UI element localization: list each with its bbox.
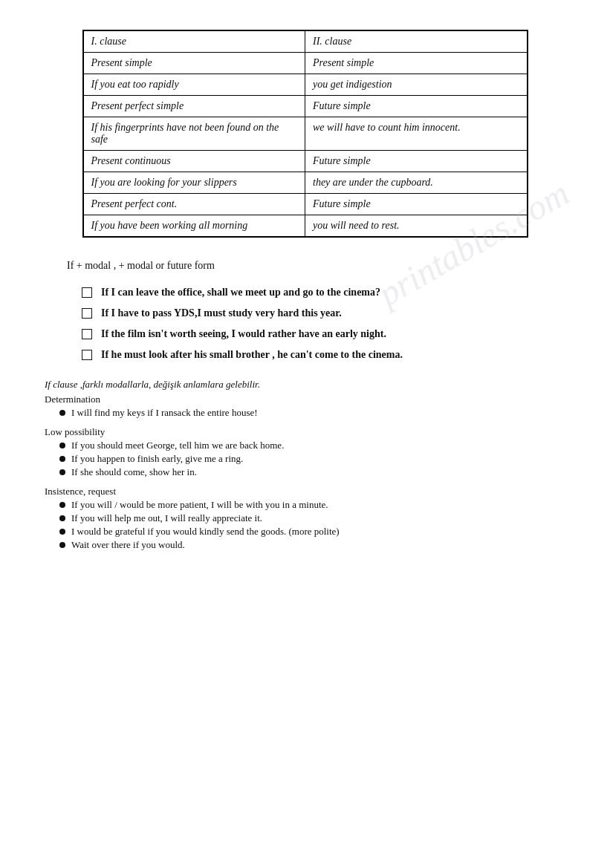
bullet-text: If you will / would be more patient, I w… bbox=[71, 499, 328, 511]
checkbox-text: If he must look after his small brother … bbox=[101, 349, 403, 361]
bullet-text: If you will help me out, I will really a… bbox=[71, 512, 262, 524]
table-cell: Present simple bbox=[83, 53, 305, 74]
checkbox-icon bbox=[82, 287, 92, 298]
list-item: If you will help me out, I will really a… bbox=[59, 512, 565, 524]
bullet-dot bbox=[59, 456, 65, 462]
table-cell: Present perfect cont. bbox=[83, 194, 305, 215]
list-item: Wait over there if you would. bbox=[59, 539, 565, 551]
table-cell: If you are looking for your slippers bbox=[83, 172, 305, 194]
category-label: Insistence, request bbox=[45, 486, 565, 497]
bullet-dot bbox=[59, 443, 65, 448]
table-cell: you get indigestion bbox=[305, 74, 528, 96]
bullet-dot bbox=[59, 515, 65, 521]
bullet-dot bbox=[59, 542, 65, 548]
list-item: If you will / would be more patient, I w… bbox=[59, 499, 565, 511]
checkbox-icon bbox=[82, 308, 92, 319]
bullet-text: If you happen to finish early, give me a… bbox=[71, 453, 243, 465]
checkbox-item: If he must look after his small brother … bbox=[82, 349, 565, 361]
table-cell: I. clause bbox=[83, 30, 305, 53]
checkbox-icon bbox=[82, 329, 92, 339]
category-section: Insistence, requestIf you will / would b… bbox=[45, 486, 565, 551]
category-label: Determination bbox=[45, 394, 565, 405]
list-item: I would be grateful if you would kindly … bbox=[59, 526, 565, 538]
table-cell: Present continuous bbox=[83, 151, 305, 172]
table-cell: Future simple bbox=[305, 96, 528, 117]
bullet-list: I will find my keys if I ransack the ent… bbox=[59, 407, 565, 419]
checkbox-text: If the film isn't worth seeing, I would … bbox=[101, 328, 386, 340]
bullet-text: I would be grateful if you would kindly … bbox=[71, 526, 340, 538]
grammar-table: I. clauseII. clausePresent simplePresent… bbox=[82, 30, 528, 238]
table-cell: Present perfect simple bbox=[83, 96, 305, 117]
checkbox-item: If the film isn't worth seeing, I would … bbox=[82, 328, 565, 340]
table-cell: If his fingerprints have not been found … bbox=[83, 117, 305, 151]
table-cell: you will need to rest. bbox=[305, 215, 528, 238]
list-item: If you happen to finish early, give me a… bbox=[59, 453, 565, 465]
checkbox-item: If I have to pass YDS,I must study very … bbox=[82, 307, 565, 319]
checkbox-list: If I can leave the office, shall we meet… bbox=[82, 287, 565, 361]
checkbox-icon bbox=[82, 350, 92, 360]
italic-note: If clause ,farklı modallarla, değişik an… bbox=[45, 379, 565, 391]
bullet-text: If you should meet George, tell him we a… bbox=[71, 440, 284, 451]
categories-container: DeterminationI will find my keys if I ra… bbox=[45, 394, 565, 551]
checkbox-text: If I have to pass YDS,I must study very … bbox=[101, 307, 342, 319]
list-item: If you should meet George, tell him we a… bbox=[59, 440, 565, 451]
table-cell: they are under the cupboard. bbox=[305, 172, 528, 194]
bullet-text: If she should come, show her in. bbox=[71, 466, 197, 478]
bullet-list: If you will / would be more patient, I w… bbox=[59, 499, 565, 551]
table-cell: Future simple bbox=[305, 151, 528, 172]
bullet-dot bbox=[59, 502, 65, 508]
table-cell: If you eat too rapidly bbox=[83, 74, 305, 96]
category-section: Low possibilityIf you should meet George… bbox=[45, 426, 565, 478]
list-item: I will find my keys if I ransack the ent… bbox=[59, 407, 565, 419]
table-cell: II. clause bbox=[305, 30, 528, 53]
category-section: DeterminationI will find my keys if I ra… bbox=[45, 394, 565, 419]
bullet-text: I will find my keys if I ransack the ent… bbox=[71, 407, 258, 419]
table-cell: If you have been working all morning bbox=[83, 215, 305, 238]
bullet-dot bbox=[59, 529, 65, 535]
checkbox-text: If I can leave the office, shall we meet… bbox=[101, 287, 380, 298]
table-cell: Present simple bbox=[305, 53, 528, 74]
bullet-text: Wait over there if you would. bbox=[71, 539, 185, 551]
table-cell: we will have to count him innocent. bbox=[305, 117, 528, 151]
list-item: If she should come, show her in. bbox=[59, 466, 565, 478]
table-cell: Future simple bbox=[305, 194, 528, 215]
bullet-dot bbox=[59, 469, 65, 475]
bullet-dot bbox=[59, 410, 65, 416]
bullet-list: If you should meet George, tell him we a… bbox=[59, 440, 565, 478]
checkbox-item: If I can leave the office, shall we meet… bbox=[82, 287, 565, 298]
modal-note: If + modal , + modal or future form bbox=[67, 260, 565, 272]
category-label: Low possibility bbox=[45, 426, 565, 438]
